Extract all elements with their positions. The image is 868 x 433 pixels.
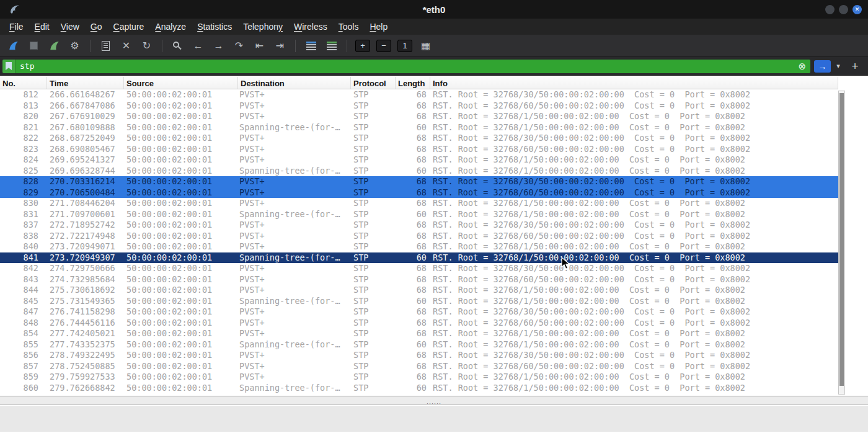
packet-row[interactable]: 845275.73154936550:00:00:02:00:01Spannin… xyxy=(0,296,838,307)
column-header-time[interactable]: Time xyxy=(47,77,124,89)
column-header-info[interactable]: Info xyxy=(430,77,838,89)
zoom-100-icon[interactable]: 1 xyxy=(397,40,412,52)
vertical-scrollbar[interactable] xyxy=(838,91,845,395)
cell-dst: PVST+ xyxy=(238,231,351,242)
close-file-icon[interactable]: ✕ xyxy=(117,37,136,55)
menu-item-wireless[interactable]: Wireless xyxy=(288,19,333,35)
filter-clear-icon[interactable]: ⊗ xyxy=(798,61,806,72)
scrollbar-thumb[interactable] xyxy=(839,93,844,386)
cell-src: 50:00:00:02:00:01 xyxy=(124,154,238,166)
column-header-destination[interactable]: Destination xyxy=(238,77,351,89)
reload-icon[interactable]: ↻ xyxy=(137,37,156,55)
cell-proto: STP xyxy=(351,122,396,133)
menu-item-help[interactable]: Help xyxy=(364,19,393,35)
filter-bookmark-icon[interactable] xyxy=(2,60,16,73)
cell-time: 271.708446204 xyxy=(47,198,124,209)
packet-row[interactable]: 855277.74335237550:00:00:02:00:01Spannin… xyxy=(0,339,838,350)
cell-time: 269.695241327 xyxy=(47,154,124,166)
go-forward-icon[interactable]: → xyxy=(209,37,228,55)
packet-row[interactable]: 842274.72975066650:00:00:02:00:01PVST+ST… xyxy=(0,263,838,274)
packet-row[interactable]: 841273.72094930750:00:00:02:00:01Spannin… xyxy=(0,252,838,264)
packet-row[interactable]: 821267.68010988850:00:00:02:00:01Spannin… xyxy=(0,122,838,133)
column-header-no[interactable]: No. xyxy=(0,77,47,89)
packet-row[interactable]: 854277.74240502150:00:00:02:00:01PVST+ST… xyxy=(0,328,838,339)
menu-item-file[interactable]: File xyxy=(4,19,29,35)
packet-row[interactable]: 831271.70970060150:00:00:02:00:01Spannin… xyxy=(0,209,838,220)
menu-item-edit[interactable]: Edit xyxy=(29,19,55,35)
start-capture-icon[interactable] xyxy=(4,37,23,55)
packet-row[interactable]: 824269.69524132750:00:00:02:00:01PVST+ST… xyxy=(0,154,838,166)
cell-time: 279.762668842 xyxy=(47,383,124,394)
menu-item-capture[interactable]: Capture xyxy=(108,19,150,35)
zoom-out-icon[interactable]: − xyxy=(376,40,391,52)
menu-item-statistics[interactable]: Statistics xyxy=(192,19,237,35)
cell-src: 50:00:00:02:00:01 xyxy=(124,133,238,144)
packet-row[interactable]: 829270.70650048450:00:00:02:00:01PVST+ST… xyxy=(0,187,838,199)
zoom-in-icon[interactable]: + xyxy=(355,40,370,52)
display-filter-input[interactable]: stp ⊗ xyxy=(2,60,810,73)
packet-row[interactable]: 820267.67691002950:00:00:02:00:01PVST+ST… xyxy=(0,111,838,122)
go-to-packet-icon[interactable]: ↷ xyxy=(229,37,249,55)
cell-info: RST. Root = 32768/60/50:00:00:02:00:00 C… xyxy=(430,361,838,372)
filter-apply-button[interactable]: → xyxy=(814,60,831,73)
packet-row[interactable]: 825269.69632874450:00:00:02:00:01Spannin… xyxy=(0,166,838,177)
cell-proto: STP xyxy=(351,285,396,296)
menu-bar: FileEditViewGoCaptureAnalyzeStatisticsTe… xyxy=(0,19,868,35)
packet-row[interactable]: 828270.70331621450:00:00:02:00:01PVST+ST… xyxy=(0,176,838,187)
maximize-button[interactable] xyxy=(839,5,848,14)
cell-src: 50:00:00:02:00:01 xyxy=(124,231,238,242)
cell-proto: STP xyxy=(351,318,396,329)
restart-capture-icon[interactable] xyxy=(45,37,64,55)
filter-add-button[interactable]: + xyxy=(848,59,862,74)
title-bar[interactable]: *eth0 ✕ xyxy=(0,0,868,19)
colorize-icon[interactable] xyxy=(322,37,341,55)
last-packet-icon[interactable]: ⇥ xyxy=(270,37,290,55)
first-packet-icon[interactable]: ⇤ xyxy=(250,37,269,55)
packet-row[interactable]: 847276.74115829850:00:00:02:00:01PVST+ST… xyxy=(0,306,838,318)
cell-dst: Spanning-tree-(for-… xyxy=(238,296,351,307)
packet-row[interactable]: 844275.73061869250:00:00:02:00:01PVST+ST… xyxy=(0,285,838,296)
menu-item-tools[interactable]: Tools xyxy=(333,19,365,35)
capture-options-icon[interactable]: ⚙ xyxy=(65,37,84,55)
menu-item-telephony[interactable]: Telephony xyxy=(237,19,288,35)
cell-no: 854 xyxy=(0,328,47,339)
minimize-button[interactable] xyxy=(825,5,835,14)
filter-text[interactable]: stp xyxy=(20,61,34,71)
menu-item-analyze[interactable]: Analyze xyxy=(149,19,192,35)
cell-dst: PVST+ xyxy=(238,318,351,329)
cell-src: 50:00:00:02:00:01 xyxy=(124,100,238,112)
packet-row[interactable]: 823268.69080546750:00:00:02:00:01PVST+ST… xyxy=(0,144,838,155)
filter-dropdown-caret-icon[interactable]: ▾ xyxy=(835,62,842,70)
cell-info: RST. Root = 32768/30/50:00:00:02:00:00 C… xyxy=(430,133,838,144)
packet-row[interactable]: 848276.74445611650:00:00:02:00:01PVST+ST… xyxy=(0,318,838,329)
column-header-source[interactable]: Source xyxy=(124,77,238,89)
cell-src: 50:00:00:02:00:01 xyxy=(124,252,238,264)
column-header-protocol[interactable]: Protocol xyxy=(351,77,396,89)
packet-row[interactable]: 837272.71895274250:00:00:02:00:01PVST+ST… xyxy=(0,220,838,231)
auto-scroll-icon[interactable] xyxy=(301,37,321,55)
packet-row[interactable]: 843274.73298568450:00:00:02:00:01PVST+ST… xyxy=(0,274,838,285)
stop-capture-icon[interactable] xyxy=(24,37,43,55)
close-button[interactable]: ✕ xyxy=(852,5,862,14)
packet-row[interactable]: 860279.76266884250:00:00:02:00:01Spannin… xyxy=(0,383,838,394)
cell-info: RST. Root = 32768/1/50:00:00:02:00:00 Co… xyxy=(430,296,838,307)
packet-row[interactable]: 857278.75245088550:00:00:02:00:01PVST+ST… xyxy=(0,361,838,372)
menu-item-go[interactable]: Go xyxy=(85,19,108,35)
packet-row[interactable]: 830271.70844620450:00:00:02:00:01PVST+ST… xyxy=(0,198,838,209)
packet-row[interactable]: 838272.72217494850:00:00:02:00:01PVST+ST… xyxy=(0,231,838,242)
menu-item-view[interactable]: View xyxy=(55,19,85,35)
find-packet-icon[interactable] xyxy=(168,37,187,55)
pane-splitter[interactable]: ······ xyxy=(0,396,868,405)
go-back-icon[interactable]: ← xyxy=(188,37,208,55)
cell-time: 276.741158298 xyxy=(47,306,124,318)
packet-row[interactable]: 822268.68725204950:00:00:02:00:01PVST+ST… xyxy=(0,133,838,144)
open-file-icon[interactable] xyxy=(96,37,115,55)
packet-row[interactable]: 859279.75992753350:00:00:02:00:01PVST+ST… xyxy=(0,372,838,383)
cell-src: 50:00:00:02:00:01 xyxy=(124,383,238,394)
packet-row[interactable]: 812266.66164826750:00:00:02:00:01PVST+ST… xyxy=(0,89,838,100)
packet-row[interactable]: 840273.72094907150:00:00:02:00:01PVST+ST… xyxy=(0,241,838,252)
packet-row[interactable]: 813266.66784708650:00:00:02:00:01PVST+ST… xyxy=(0,100,838,112)
packet-row[interactable]: 856278.74932249550:00:00:02:00:01PVST+ST… xyxy=(0,350,838,361)
resize-columns-icon[interactable]: ▦ xyxy=(416,37,435,55)
column-header-length[interactable]: Length xyxy=(396,77,430,89)
